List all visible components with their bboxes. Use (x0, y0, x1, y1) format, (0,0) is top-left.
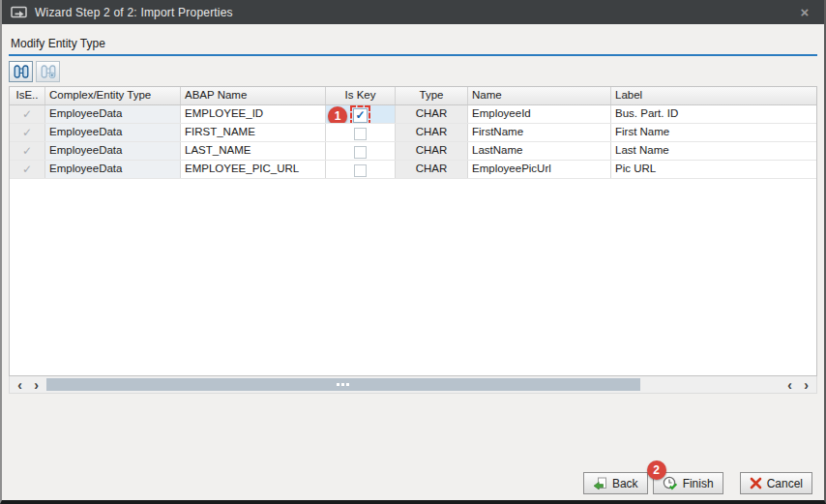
cell-is-key[interactable] (326, 124, 396, 141)
cell-type[interactable]: CHAR (396, 161, 468, 178)
cell-is-entity: ✓ (10, 105, 45, 123)
wizard-prompt-icon (11, 6, 28, 18)
cell-label[interactable]: Bus. Part. ID (611, 105, 816, 123)
cell-type[interactable]: CHAR (396, 142, 468, 160)
is-key-checkbox[interactable] (354, 164, 367, 177)
cell-entity-type[interactable]: EmployeeData (45, 105, 181, 123)
scrollbar-track[interactable] (46, 378, 780, 391)
is-key-checkbox[interactable]: ✓ (353, 108, 368, 123)
cell-name[interactable]: EmployeeId (468, 105, 611, 123)
scroll-right-icon[interactable]: › (28, 378, 44, 392)
cancel-button[interactable]: Cancel (740, 472, 812, 494)
table-row[interactable]: ✓ EmployeeData LAST_NAME CHAR LastName L… (10, 142, 816, 161)
cell-label[interactable]: First Name (611, 124, 816, 141)
cell-label[interactable]: Last Name (611, 142, 816, 160)
grid-toolbar (9, 61, 817, 82)
is-key-checkbox[interactable] (354, 128, 367, 140)
table-row[interactable]: ✓ EmployeeData EMPLOYEE_ID ✓1 CHAR Emplo… (10, 105, 816, 124)
footer-buttons: Back 2 Finish (583, 472, 812, 494)
cancel-button-label: Cancel (767, 477, 803, 490)
gray-check-icon: ✓ (22, 126, 32, 139)
finish-clock-check-icon (663, 476, 678, 490)
cell-is-entity: ✓ (10, 142, 45, 160)
back-arrow-icon (593, 477, 607, 490)
cell-abap-name[interactable]: EMPLOYEE_PIC_URL (181, 161, 326, 178)
table-row[interactable]: ✓ EmployeeData EMPLOYEE_PIC_URL CHAR Emp… (10, 161, 816, 179)
close-icon[interactable]: × (794, 3, 815, 22)
finish-button-label: Finish (683, 477, 714, 490)
cell-name[interactable]: EmployeePicUrl (468, 161, 611, 178)
binoculars-icon (14, 65, 29, 78)
annotation-badge-2: 2 (647, 460, 666, 480)
cell-name[interactable]: FirstName (468, 124, 611, 141)
cell-type[interactable]: CHAR (396, 105, 468, 123)
cell-entity-type[interactable]: EmployeeData (45, 142, 181, 160)
cell-is-entity: ✓ (10, 124, 45, 141)
cancel-x-icon (750, 477, 762, 489)
column-scroll-right-icon[interactable]: › (798, 378, 814, 392)
back-button[interactable]: Back (583, 472, 648, 494)
dialog-title: Wizard Step 2 of 2: Import Properties (35, 6, 787, 19)
cell-abap-name[interactable]: EMPLOYEE_ID (181, 105, 326, 123)
cell-abap-name[interactable]: LAST_NAME (181, 142, 326, 160)
cell-abap-name[interactable]: FIRST_NAME (181, 124, 326, 141)
column-scroll-left-icon[interactable]: ‹ (782, 378, 798, 392)
properties-grid: IsE..Complex/Entity TypeABAP NameIs KeyT… (9, 86, 817, 376)
column-header-label[interactable]: Label (611, 87, 816, 104)
cell-is-key[interactable] (326, 161, 396, 178)
cell-is-entity: ✓ (10, 161, 45, 178)
cell-type[interactable]: CHAR (396, 124, 468, 141)
horizontal-scrollbar: ‹ › ‹ › (9, 376, 817, 394)
column-header-type[interactable]: Type (396, 87, 468, 104)
cell-entity-type[interactable]: EmployeeData (45, 124, 181, 141)
back-button-label: Back (612, 477, 638, 490)
is-key-checkbox[interactable] (354, 146, 367, 159)
wizard-dialog: Wizard Step 2 of 2: Import Properties × … (0, 0, 826, 504)
cell-name[interactable]: LastName (468, 142, 611, 160)
scroll-left-icon[interactable]: ‹ (12, 378, 28, 392)
column-header-name[interactable]: Name (468, 87, 611, 104)
find-next-button[interactable] (36, 61, 60, 82)
column-header-ise[interactable]: IsE.. (10, 87, 45, 104)
section-underline (9, 54, 817, 56)
grid-header-row: IsE..Complex/Entity TypeABAP NameIs KeyT… (10, 87, 816, 105)
titlebar: Wizard Step 2 of 2: Import Properties × (2, 0, 824, 24)
column-header-iskey[interactable]: Is Key (326, 87, 396, 104)
scrollbar-thumb[interactable] (46, 378, 640, 391)
table-row[interactable]: ✓ EmployeeData FIRST_NAME CHAR FirstName… (10, 124, 816, 142)
gray-check-icon: ✓ (22, 144, 32, 158)
annotation-badge-1: 1 (328, 106, 347, 124)
column-header-etype[interactable]: Complex/Entity Type (45, 87, 181, 104)
gray-check-icon: ✓ (22, 107, 32, 121)
cell-is-key[interactable] (326, 142, 396, 160)
dialog-body: Modify Entity Type (2, 24, 824, 394)
section-title: Modify Entity Type (9, 31, 817, 54)
cell-label[interactable]: Pic URL (611, 161, 816, 178)
column-header-abap[interactable]: ABAP Name (181, 87, 326, 104)
grid-empty-area (10, 179, 816, 357)
cell-entity-type[interactable]: EmployeeData (45, 161, 181, 178)
find-button[interactable] (9, 61, 33, 82)
gray-check-icon: ✓ (22, 163, 32, 176)
cell-is-key[interactable]: ✓1 (326, 105, 396, 123)
grid-body: ✓ EmployeeData EMPLOYEE_ID ✓1 CHAR Emplo… (10, 105, 816, 179)
binoculars-plus-icon (41, 65, 56, 78)
